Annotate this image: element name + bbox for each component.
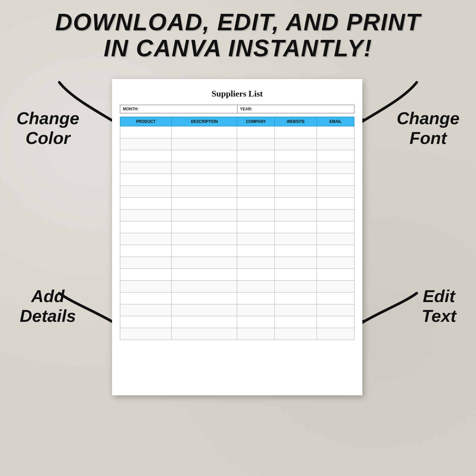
table-cell bbox=[275, 281, 317, 293]
table-cell bbox=[275, 221, 317, 233]
table-cell bbox=[275, 316, 317, 328]
table-cell bbox=[237, 186, 275, 198]
table-cell bbox=[172, 126, 237, 138]
table-cell bbox=[275, 198, 317, 210]
table-cell bbox=[172, 198, 237, 210]
edit-text-label: EditText bbox=[422, 287, 456, 326]
table-cell bbox=[120, 126, 172, 138]
table-cell bbox=[237, 162, 275, 174]
col-header-description: DESCRIPTION bbox=[172, 117, 237, 126]
table-cell bbox=[237, 174, 275, 186]
table-cell bbox=[237, 257, 275, 269]
headline-line2: IN CANVA INSTANTLY! bbox=[20, 35, 456, 61]
table-row bbox=[120, 328, 354, 340]
table-row bbox=[120, 233, 354, 245]
table-cell bbox=[120, 304, 172, 316]
table-cell bbox=[172, 293, 237, 304]
table-cell bbox=[172, 221, 237, 233]
table-cell bbox=[120, 316, 172, 328]
table-cell bbox=[172, 186, 237, 198]
table-body bbox=[120, 126, 354, 340]
table-cell bbox=[120, 221, 172, 233]
table-header-row: PRODUCT DESCRIPTION COMPANY WEBSITE EMAI… bbox=[120, 117, 354, 126]
table-cell bbox=[172, 162, 237, 174]
table-row bbox=[120, 174, 354, 186]
month-year-row: MONTH: YEAR: bbox=[120, 105, 354, 113]
table-cell bbox=[237, 138, 275, 150]
table-cell bbox=[275, 328, 317, 340]
table-cell bbox=[120, 210, 172, 221]
table-cell bbox=[275, 210, 317, 221]
table-row bbox=[120, 269, 354, 281]
headline: DOWNLOAD, EDIT, AND PRINT IN CANVA INSTA… bbox=[0, 9, 476, 61]
table-cell bbox=[120, 138, 172, 150]
table-cell bbox=[237, 269, 275, 281]
table-row bbox=[120, 198, 354, 210]
table-cell bbox=[172, 150, 237, 162]
table-cell bbox=[237, 293, 275, 304]
col-header-website: WEBSITE bbox=[275, 117, 317, 126]
table-cell bbox=[275, 233, 317, 245]
table-cell bbox=[120, 245, 172, 257]
table-cell bbox=[237, 198, 275, 210]
table-cell bbox=[275, 150, 317, 162]
table-cell bbox=[172, 304, 237, 316]
table-row bbox=[120, 162, 354, 174]
table-cell bbox=[172, 328, 237, 340]
table-cell bbox=[172, 281, 237, 293]
table-cell bbox=[317, 150, 354, 162]
table-cell bbox=[172, 174, 237, 186]
add-details-label: AddDetails bbox=[20, 287, 76, 326]
col-header-product: PRODUCT bbox=[120, 117, 172, 126]
table-cell bbox=[237, 304, 275, 316]
table-cell bbox=[317, 233, 354, 245]
col-header-company: COMPANY bbox=[237, 117, 275, 126]
table-cell bbox=[317, 257, 354, 269]
table-cell bbox=[120, 150, 172, 162]
table-row bbox=[120, 304, 354, 316]
table-cell bbox=[120, 174, 172, 186]
table-cell bbox=[317, 174, 354, 186]
table-cell bbox=[275, 126, 317, 138]
table-cell bbox=[172, 257, 237, 269]
table-cell bbox=[275, 245, 317, 257]
table-cell bbox=[120, 162, 172, 174]
table-row bbox=[120, 138, 354, 150]
document-paper: Suppliers List MONTH: YEAR: PRODUCT DESC… bbox=[112, 79, 362, 395]
table-cell bbox=[172, 233, 237, 245]
table-row bbox=[120, 210, 354, 221]
table-cell bbox=[237, 233, 275, 245]
change-color-label: ChangeColor bbox=[16, 109, 79, 148]
table-cell bbox=[120, 257, 172, 269]
table-row bbox=[120, 281, 354, 293]
table-cell bbox=[317, 198, 354, 210]
table-cell bbox=[275, 138, 317, 150]
change-font-label: ChangeFont bbox=[397, 109, 460, 148]
table-row bbox=[120, 293, 354, 304]
table-cell bbox=[237, 245, 275, 257]
table-cell bbox=[172, 138, 237, 150]
table-cell bbox=[317, 138, 354, 150]
table-cell bbox=[317, 126, 354, 138]
table-cell bbox=[237, 210, 275, 221]
table-cell bbox=[275, 257, 317, 269]
table-cell bbox=[317, 245, 354, 257]
table-cell bbox=[275, 304, 317, 316]
table-cell bbox=[317, 221, 354, 233]
table-cell bbox=[317, 328, 354, 340]
table-cell bbox=[120, 198, 172, 210]
table-cell bbox=[317, 186, 354, 198]
month-label: MONTH: bbox=[120, 105, 238, 113]
table-cell bbox=[237, 126, 275, 138]
table-cell bbox=[275, 293, 317, 304]
table-row bbox=[120, 245, 354, 257]
table-row bbox=[120, 221, 354, 233]
table-cell bbox=[275, 269, 317, 281]
table-cell bbox=[120, 233, 172, 245]
year-label: YEAR: bbox=[238, 105, 354, 113]
table-row bbox=[120, 316, 354, 328]
table-cell bbox=[237, 221, 275, 233]
table-cell bbox=[317, 293, 354, 304]
table-cell bbox=[317, 304, 354, 316]
table-cell bbox=[172, 269, 237, 281]
